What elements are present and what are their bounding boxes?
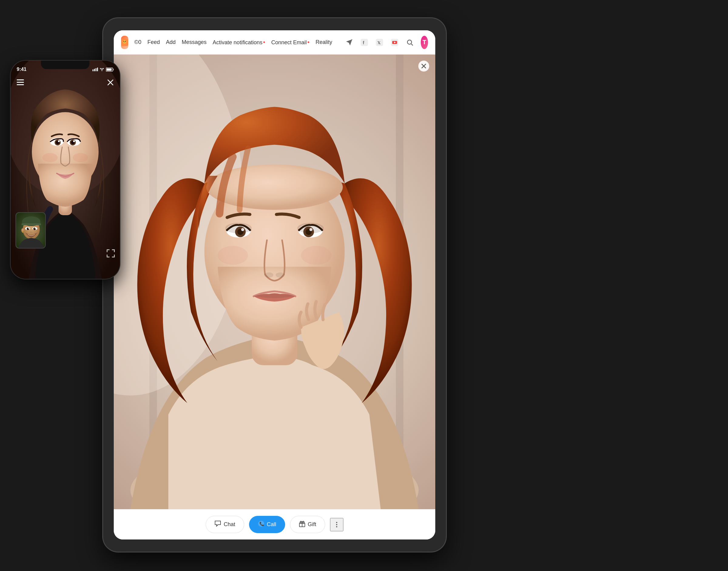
svg-point-37 <box>264 272 273 278</box>
phone-close-icon[interactable] <box>107 79 114 88</box>
svg-point-40 <box>301 246 332 265</box>
svg-rect-89 <box>17 84 24 85</box>
svg-rect-85 <box>106 69 112 71</box>
svg-rect-88 <box>17 82 24 83</box>
user-avatar[interactable]: T <box>421 36 428 49</box>
svg-point-83 <box>102 70 102 71</box>
nav-add[interactable]: Add <box>166 39 176 45</box>
send-icon[interactable] <box>344 37 354 47</box>
close-button[interactable] <box>418 61 429 72</box>
nav-icons: f 𝕏 <box>344 37 415 47</box>
nav-activate-notifications[interactable]: Activate notifications <box>213 39 265 46</box>
svg-point-5 <box>125 42 125 42</box>
svg-point-78 <box>22 232 23 233</box>
youtube-icon[interactable] <box>390 37 399 47</box>
svg-rect-81 <box>96 68 96 71</box>
facebook-icon[interactable]: f <box>359 37 369 47</box>
phone-menu-icon[interactable] <box>17 80 24 87</box>
tablet-screen: ©0 Feed Add Messages Activate notificati… <box>114 30 435 540</box>
pip-man-portrait <box>16 213 46 248</box>
call-label: Call <box>267 521 276 528</box>
action-bar: Chat 📞 Call <box>114 509 435 540</box>
svg-point-50 <box>336 526 337 527</box>
svg-rect-79 <box>93 70 93 71</box>
gift-button[interactable]: Gift <box>290 516 325 533</box>
gift-label: Gift <box>308 521 316 528</box>
twitter-icon[interactable]: 𝕏 <box>375 37 384 47</box>
phone-device: 9:41 <box>11 61 120 279</box>
nav-feed[interactable]: Feed <box>148 39 160 45</box>
svg-line-17 <box>411 44 413 45</box>
svg-point-39 <box>218 246 248 265</box>
svg-rect-87 <box>17 80 24 80</box>
svg-text:𝕏: 𝕏 <box>377 40 381 45</box>
svg-point-63 <box>42 153 58 162</box>
svg-point-75 <box>35 228 36 229</box>
svg-point-6 <box>124 42 125 43</box>
svg-point-48 <box>336 522 337 523</box>
call-button[interactable]: 📞 Call <box>249 516 285 533</box>
expand-icon[interactable] <box>106 249 115 258</box>
search-icon[interactable] <box>405 37 415 47</box>
svg-point-16 <box>407 40 412 44</box>
svg-rect-86 <box>113 69 114 70</box>
phone-time: 9:41 <box>17 67 26 72</box>
profile-portrait <box>114 54 435 509</box>
pip-video <box>15 212 46 248</box>
nav-reality[interactable]: Reality <box>315 39 332 45</box>
svg-point-4 <box>124 42 124 42</box>
chat-button[interactable]: Chat <box>206 516 244 533</box>
call-icon: 📞 <box>258 521 265 529</box>
svg-point-64 <box>73 153 88 162</box>
svg-marker-8 <box>346 39 352 45</box>
nav-count: ©0 <box>134 39 142 45</box>
svg-rect-80 <box>94 69 95 71</box>
phone-top-bar <box>11 76 120 91</box>
nav-logo[interactable] <box>121 36 128 49</box>
main-content: Chat 📞 Call <box>114 54 435 540</box>
phone-screen: 9:41 <box>11 61 120 279</box>
phone-status-icons <box>93 68 114 72</box>
svg-rect-9 <box>361 39 368 46</box>
chat-label: Chat <box>223 521 235 528</box>
svg-point-38 <box>276 272 285 278</box>
svg-point-49 <box>336 524 337 525</box>
gift-icon <box>299 521 305 529</box>
svg-text:📞: 📞 <box>259 521 265 527</box>
more-options-button[interactable] <box>330 518 343 531</box>
svg-point-42 <box>297 223 324 233</box>
svg-point-41 <box>225 223 252 233</box>
svg-point-72 <box>28 228 29 229</box>
svg-rect-82 <box>97 68 98 71</box>
nav-messages[interactable]: Messages <box>182 39 206 45</box>
svg-rect-69 <box>21 223 41 225</box>
svg-point-62 <box>73 140 75 142</box>
svg-point-76 <box>30 231 33 233</box>
phone-notch <box>41 61 89 69</box>
chat-icon <box>214 521 221 529</box>
svg-point-58 <box>58 140 60 142</box>
nav-connect-email[interactable]: Connect Email <box>271 39 309 46</box>
tablet-device: ©0 Feed Add Messages Activate notificati… <box>103 18 446 552</box>
profile-image-area <box>114 54 435 509</box>
navbar: ©0 Feed Add Messages Activate notificati… <box>114 30 435 54</box>
svg-text:f: f <box>363 40 364 45</box>
